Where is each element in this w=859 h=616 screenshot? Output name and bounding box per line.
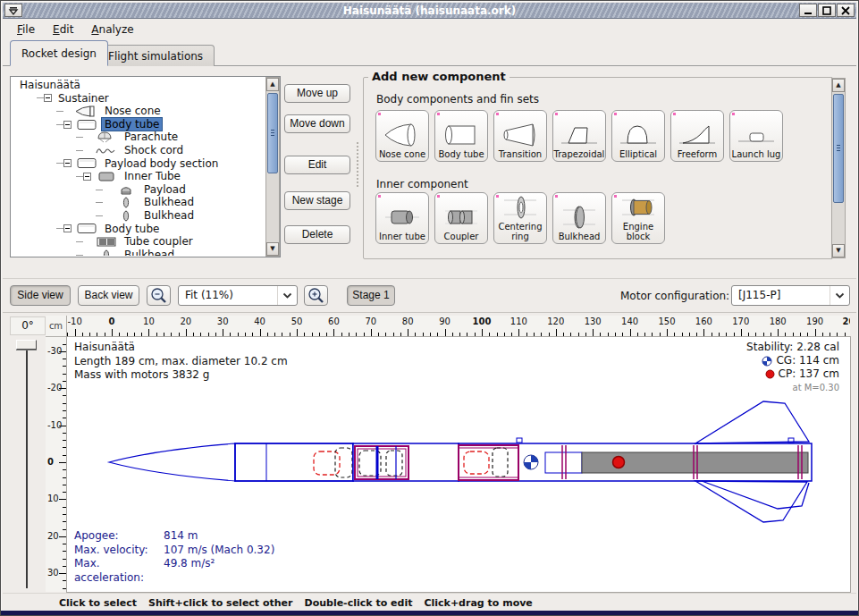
tree-item-bulkhead[interactable]: Bulkhead [12,249,264,256]
panel-scroll-down-icon[interactable]: ▼ [832,244,845,257]
delete-button[interactable]: Delete [284,225,350,244]
side-view-button[interactable]: Side view [10,285,71,306]
tree-item-body-tube[interactable]: Body tube [12,118,264,131]
edit-button[interactable]: Edit [284,156,350,174]
tree-item-sustainer[interactable]: Sustainer [12,92,264,105]
ruler-label: 10 [47,494,59,503]
payload-icon [114,184,138,196]
ruler-label: -20 [47,383,62,392]
motor-mount-tube[interactable] [545,452,582,473]
add-coupler-button[interactable]: Coupler [434,192,488,244]
component-panel-scrollbar[interactable]: ▲ ▼ [831,78,846,258]
ruler-label: 50 [291,316,303,326]
transition-icon [501,122,540,148]
tree-connector [76,150,83,151]
close-button[interactable] [837,4,855,17]
cp-value: CP: 137 cm [779,367,839,381]
tree-scrollbar[interactable]: ▲ ▼ [265,77,280,257]
tree-connector [76,176,83,177]
add-nose-cone-button[interactable]: Nose cone [375,110,429,162]
tree-scroll-up-icon[interactable]: ▲ [266,78,279,91]
launch-lug[interactable] [517,438,522,443]
collapse-toggle-icon[interactable] [63,224,72,232]
tree-item-bulkhead[interactable]: Bulkhead [12,209,264,223]
motor-configuration-label: Motor configuration: [620,290,729,302]
ruler-label: 0 [47,457,54,467]
ruler-tick [333,329,334,337]
tree-item-nose-cone[interactable]: Nose cone [12,105,264,118]
ruler-label: -30 [47,346,62,356]
add-engine-block-button[interactable]: Engine block [611,192,665,244]
collapse-toggle-icon[interactable] [63,159,72,167]
add-trapezoidal-button[interactable]: Trapezoidal [552,110,606,162]
tab-rocket-design[interactable]: Rocket design [10,40,108,66]
tree-connector [56,228,63,229]
new-stage-button[interactable]: New stage [284,191,350,210]
add-freeform-button[interactable]: Freeform [670,110,724,162]
flight-data-label: Max. acceleration: [74,557,164,585]
menu-analyze[interactable]: Analyze [84,21,140,38]
add-bulkhead-button[interactable]: Bulkhead [552,192,606,244]
add-transition-button[interactable]: Transition [493,110,547,162]
tab-flight-simulations[interactable]: Flight simulations [97,45,215,66]
minimize-button[interactable] [799,4,817,17]
back-view-button[interactable]: Back view [78,285,139,306]
zoom-out-button[interactable] [147,285,171,306]
tree-item-bulkhead[interactable]: Bulkhead [12,196,264,209]
add-elliptical-button[interactable]: Elliptical [611,110,665,162]
panel-scroll-thumb[interactable] [833,94,844,203]
tree-item-tube-coupler[interactable]: Tube coupler [12,235,264,249]
add-inner-tube-button[interactable]: Inner tube [375,192,429,244]
ruler-label: -10 [47,420,62,430]
maximize-button[interactable] [818,4,836,17]
ruler-tick [518,329,519,337]
rotation-slider-track[interactable] [26,340,28,588]
collapse-toggle-icon[interactable] [44,94,52,102]
title-bar[interactable]: Haisunäätä (haisunaata.ork) [3,3,856,19]
motor-configuration-select[interactable]: [J115-P] [731,285,850,306]
tree-item-label: Shock cord [122,144,186,157]
add-centering-ring-button[interactable]: Centering ring [493,192,547,244]
stage-1-toggle[interactable]: Stage 1 [347,285,395,306]
ruler-label: 140 [621,316,638,326]
ruler-tick [482,329,483,337]
tree-item-shock-cord[interactable]: Shock cord [12,144,264,157]
menu-file[interactable]: File [10,21,42,38]
magnifier-minus-icon [149,286,168,305]
pane-splitter[interactable] [357,142,358,187]
move-up-button[interactable]: Move up [284,84,350,103]
rocket-canvas[interactable]: Haisunäätä Length 189 cm, max. diameter … [67,337,850,592]
ruler-tick [59,462,67,463]
menu-edit[interactable]: Edit [46,21,80,38]
rotation-slider-handle[interactable] [16,340,37,350]
flight-data-value: 814 m [164,529,198,544]
ruler-label: 120 [547,316,564,326]
tree-scroll-down-icon[interactable]: ▼ [266,242,279,256]
tree-item-body-tube[interactable]: Body tube [12,223,264,236]
tree-item-payload[interactable]: Payload [12,183,264,197]
zoom-level-select[interactable]: Fit (11%) [178,285,298,306]
move-down-button[interactable]: Move down [284,114,350,133]
tree-item-haisun-t-[interactable]: Haisunäätä [12,79,264,92]
tree-connector [76,137,83,138]
nose-cone-outline[interactable] [109,443,235,481]
add-launch-lug-button[interactable]: Launch lug [729,110,783,162]
bodytube-icon [75,223,98,234]
tree-scroll-thumb[interactable] [267,93,278,173]
tree-item-inner-tube[interactable]: Inner Tube [12,170,264,183]
zoom-in-button[interactable] [304,285,328,306]
cp-legend-icon [765,369,775,379]
tree-item-payload-body-section[interactable]: Payload body section [12,157,264,171]
vertical-ruler: -30-20-100102030 [46,337,67,592]
coupler_big-icon [442,204,481,231]
panel-scroll-up-icon[interactable]: ▲ [832,79,845,92]
motor-configuration-value: [J115-P] [732,286,830,305]
collapse-toggle-icon[interactable] [83,173,91,181]
add-body-tube-button[interactable]: Body tube [434,110,488,162]
tree-item-parachute[interactable]: Parachute [12,131,264,144]
tube-coupler-outline[interactable] [459,445,518,480]
ruler-label: 20 [47,531,59,541]
collapse-toggle-icon[interactable] [63,121,72,129]
tree-connector [76,255,83,256]
ruler-label: 80 [402,316,414,326]
